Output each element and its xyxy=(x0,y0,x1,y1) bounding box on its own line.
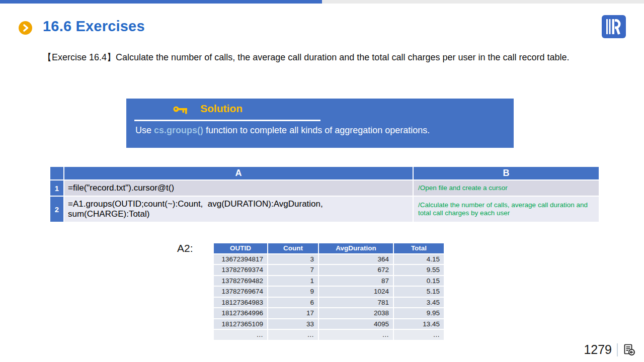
cs-groups-highlight: cs.groups() xyxy=(154,125,203,135)
result-cell: 33 xyxy=(268,319,318,329)
solution-body-suffix: function to complete all kinds of aggreg… xyxy=(203,125,430,135)
result-cell: 18127365109 xyxy=(214,319,267,329)
result-cell: 13782769482 xyxy=(214,276,267,286)
result-cell: 5.15 xyxy=(394,287,444,297)
result-cell-ellipsis: … xyxy=(214,330,267,340)
result-cell: 0.15 xyxy=(394,276,444,286)
return-to-contents-icon[interactable] xyxy=(623,343,636,356)
code-table: A B 1 =file("record.txt").cursor@t() /Op… xyxy=(50,167,599,222)
code-cell-a1: =file("record.txt").cursor@t() xyxy=(64,180,413,196)
result-cell: 7 xyxy=(268,265,318,275)
result-cell: 13782769374 xyxy=(214,265,267,275)
result-header-count: Count xyxy=(268,243,318,253)
result-cell: 18127364983 xyxy=(214,298,267,308)
result-cell: 18127364996 xyxy=(214,308,267,318)
code-table-header-b: B xyxy=(414,167,599,179)
result-cell: 4.15 xyxy=(394,254,444,264)
result-cell-ellipsis: … xyxy=(319,330,393,340)
result-cell: 17 xyxy=(268,308,318,318)
top-accent-bar-blue xyxy=(0,0,322,4)
result-cell: 781 xyxy=(319,298,393,308)
result-cell: 3 xyxy=(268,254,318,264)
code-table-header-a: A xyxy=(64,167,413,179)
footer: 1279 xyxy=(584,342,636,357)
code-cell-a2: =A1.groups(OUTID;count(~):Count, avg(DUR… xyxy=(64,197,413,222)
top-accent-bar xyxy=(0,0,644,4)
footer-divider xyxy=(617,343,618,356)
result-cell: 87 xyxy=(319,276,393,286)
result-header-total: Total xyxy=(394,243,444,253)
result-cell-label: A2: xyxy=(177,242,193,254)
comment-cell-b1: /Open file and create a cursor xyxy=(414,180,599,196)
result-cell: 4095 xyxy=(319,319,393,329)
page-title: 16.6 Exercises xyxy=(43,18,145,35)
code-row-1-number: 1 xyxy=(50,180,63,196)
result-cell: 364 xyxy=(319,254,393,264)
exercise-text: 【Exercise 16.4】Calculate the number of c… xyxy=(43,50,602,64)
result-cell: 1024 xyxy=(319,287,393,297)
code-cell-a2-line1: =A1.groups(OUTID;count(~):Count, avg(DUR… xyxy=(68,199,409,209)
result-cell-ellipsis: … xyxy=(394,330,444,340)
solution-title: Solution xyxy=(200,103,243,115)
result-cell: 2038 xyxy=(319,308,393,318)
result-header-outid: OUTID xyxy=(214,243,267,253)
result-cell: 9.55 xyxy=(394,265,444,275)
result-cell: 9 xyxy=(268,287,318,297)
result-table: OUTID Count AvgDuration Total 1367239481… xyxy=(214,243,444,340)
result-cell: 1 xyxy=(268,276,318,286)
solution-underline xyxy=(134,120,320,121)
code-table-corner-cell xyxy=(50,167,63,179)
page-number: 1279 xyxy=(584,342,612,357)
result-cell: 13.45 xyxy=(394,319,444,329)
result-cell-ellipsis: … xyxy=(268,330,318,340)
result-cell: 13672394817 xyxy=(214,254,267,264)
raqsoft-logo-icon xyxy=(602,15,626,38)
code-row-2-number: 2 xyxy=(50,197,63,222)
key-icon xyxy=(173,104,189,117)
result-cell: 672 xyxy=(319,265,393,275)
comment-cell-b2: /Calculate the number of calls, average … xyxy=(414,197,599,222)
top-accent-bar-gray xyxy=(322,0,644,4)
solution-body-prefix: Use xyxy=(135,125,154,135)
chevron-right-icon xyxy=(19,21,32,35)
result-cell: 9.95 xyxy=(394,308,444,318)
result-cell: 3.45 xyxy=(394,298,444,308)
solution-box: Solution Use cs.groups() function to com… xyxy=(126,99,514,148)
solution-body: Use cs.groups() function to complete all… xyxy=(135,125,508,136)
result-cell: 6 xyxy=(268,298,318,308)
result-header-avgduration: AvgDuration xyxy=(319,243,393,253)
result-cell: 13782769674 xyxy=(214,287,267,297)
code-cell-a2-line2: sum(CHARGE):Total) xyxy=(68,209,409,219)
